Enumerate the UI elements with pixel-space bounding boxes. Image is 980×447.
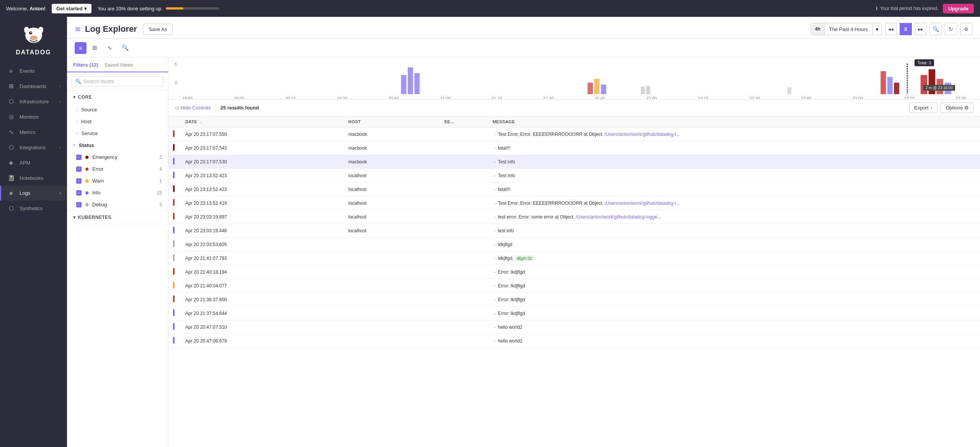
filters-tab[interactable]: Filters (12): [73, 62, 98, 72]
log-message-cell[interactable]: → Test Error, Error: EEEEERRRROOOORR at …: [488, 127, 980, 141]
info-checkbox[interactable]: [76, 190, 82, 196]
timeseries-view-button[interactable]: ∿: [103, 42, 116, 54]
hide-controls-button[interactable]: ◁ Hide Controls: [175, 105, 211, 111]
saved-views-tab[interactable]: Saved Views: [105, 62, 133, 72]
log-message-cell[interactable]: → Test info: [488, 169, 980, 183]
table-row[interactable]: Apr 20 21:38:37.800 → Error: lkdjflgd: [168, 293, 980, 307]
table-row[interactable]: Apr 20 23:13:52.423 localhost → Test inf…: [168, 169, 980, 183]
table-row[interactable]: Apr 20 20:47:07.510 → hello world2: [168, 320, 980, 334]
arrow-icon: →: [493, 339, 498, 343]
log-link[interactable]: /Users/anton/work/github/datadog-l...: [605, 132, 680, 137]
log-level-cell: [168, 224, 181, 238]
svg-rect-14: [787, 87, 791, 94]
warn-facet-item[interactable]: Warn 1: [67, 175, 168, 187]
col-message-header[interactable]: MESSAGE: [488, 116, 980, 127]
emergency-facet-item[interactable]: Emergency 2: [67, 151, 168, 163]
source-facet-item[interactable]: › Source: [67, 104, 168, 116]
logs-table: DATE ↓ HOST SE... MESSAGE Apr 20 23:17:0…: [168, 116, 980, 447]
svg-rect-15: [880, 71, 886, 94]
log-message-cell[interactable]: → fatal!!!: [488, 141, 980, 155]
table-row[interactable]: Apr 20 20:47:06.679 → hello world2: [168, 334, 980, 348]
list-view-button[interactable]: ≡: [75, 42, 87, 54]
table-row[interactable]: Apr 20 23:03:19.448 localhost → test inf…: [168, 224, 980, 238]
error-checkbox[interactable]: [76, 166, 82, 172]
sidebar-item-dashboards[interactable]: ⊞ Dashboards ›: [0, 78, 67, 94]
col-host-header[interactable]: HOST: [344, 116, 440, 127]
log-level-bar: [173, 213, 175, 220]
table-row[interactable]: Apr 20 23:13:52.423 localhost → fatal!!!: [168, 183, 980, 196]
sidebar-item-metrics[interactable]: ∿ Metrics: [0, 124, 67, 140]
log-message-cell[interactable]: → ldkjflgd: [488, 238, 980, 251]
log-message-cell[interactable]: → Error: lkdjflgd: [488, 279, 980, 293]
log-message-cell[interactable]: → hello world2: [488, 334, 980, 348]
log-message-cell[interactable]: → Test info: [488, 155, 980, 169]
export-button[interactable]: Export ↑: [909, 103, 938, 113]
log-link[interactable]: /Users/anton/work/github/datadog-logge..…: [576, 214, 661, 220]
table-row[interactable]: Apr 20 22:03:53.605 → ldkjflgd: [168, 238, 980, 251]
status-facet-header[interactable]: ▾ Status: [67, 139, 168, 151]
log-level-cell: [168, 251, 181, 265]
sidebar-item-apm[interactable]: ◈ APM: [0, 155, 67, 170]
sidebar-item-synthetics[interactable]: ⬡ Synthetics: [0, 201, 67, 216]
host-facet-item[interactable]: › Host: [67, 116, 168, 127]
time-selector[interactable]: 4h The Past 4 Hours ▾: [811, 23, 882, 35]
time-forward-button[interactable]: ▸▸: [915, 23, 926, 35]
debug-facet-item[interactable]: Debug 3: [67, 199, 168, 210]
get-started-button[interactable]: Get started ▾: [52, 4, 91, 13]
upgrade-button[interactable]: Upgrade: [943, 4, 974, 13]
time-dropdown-arrow[interactable]: ▾: [872, 23, 882, 35]
warn-checkbox[interactable]: [76, 178, 82, 184]
service-facet-item[interactable]: › Service: [67, 127, 168, 139]
filters-search: 🔍: [67, 72, 168, 91]
sidebar-item-logs[interactable]: ≡ Logs ›: [0, 186, 67, 201]
kubernetes-group-header[interactable]: ▾ KUBERNETES: [67, 211, 168, 224]
svg-rect-11: [601, 85, 606, 94]
table-row[interactable]: Apr 20 21:41:07.783 → ldkjflgd, dfgd=32: [168, 251, 980, 265]
refresh-button[interactable]: ↻: [945, 23, 957, 35]
grid-view-button[interactable]: ⊞: [88, 42, 101, 54]
log-message-cell[interactable]: → test error, Error: some error at Objec…: [488, 210, 980, 224]
table-row[interactable]: Apr 20 21:40:18.194 → Error: lkdjflgd: [168, 265, 980, 279]
sidebar-item-notebooks[interactable]: 📓 Notebooks: [0, 170, 67, 186]
log-level-cell: [168, 169, 181, 183]
log-message-cell[interactable]: → fatal!!!: [488, 183, 980, 196]
save-as-button[interactable]: Save As: [143, 24, 173, 35]
core-group-header[interactable]: ▾ CORE: [67, 91, 168, 104]
table-row[interactable]: Apr 20 23:17:07.530 macbook → Test info: [168, 155, 980, 169]
table-row[interactable]: Apr 20 21:40:04.077 → Error: lkdjflgd: [168, 279, 980, 293]
options-button[interactable]: Options ⚙: [941, 103, 974, 113]
table-row[interactable]: Apr 20 23:17:07.543 macbook → fatal!!!: [168, 141, 980, 155]
time-back-button[interactable]: ◂◂: [885, 23, 897, 35]
sidebar-item-events[interactable]: ≡ Events: [0, 64, 67, 78]
sidebar-item-integrations[interactable]: ⬡ Integrations ›: [0, 140, 67, 155]
log-link[interactable]: /Users/anton/work/github/datadog-l...: [605, 201, 680, 206]
sidebar-item-infrastructure[interactable]: ⬡ Infrastructure ›: [0, 94, 67, 109]
table-row[interactable]: Apr 20 23:13:52.419 localhost → Test Err…: [168, 196, 980, 210]
log-message-cell[interactable]: → Error: lkdjflgd: [488, 307, 980, 320]
display-settings-button[interactable]: ⚙: [960, 23, 972, 35]
play-pause-button[interactable]: ⏸: [900, 23, 912, 35]
log-message-cell[interactable]: → ldkjflgd, dfgd=32: [488, 251, 980, 265]
search-facets-input[interactable]: [83, 78, 160, 84]
logs-panel: 5 0 Total: 3: [168, 57, 980, 447]
search-button[interactable]: 🔍: [929, 23, 942, 35]
emergency-checkbox[interactable]: [76, 155, 82, 160]
svg-rect-9: [588, 83, 593, 94]
log-message-cell[interactable]: → hello world2: [488, 320, 980, 334]
search-view-button[interactable]: 🔍: [118, 42, 133, 54]
table-row[interactable]: Apr 20 23:03:19.897 localhost → test err…: [168, 210, 980, 224]
sidebar-item-monitors[interactable]: ◎ Monitors: [0, 109, 67, 124]
log-message-cell[interactable]: → Error: lkdjflgd: [488, 293, 980, 307]
log-host-cell: [344, 265, 440, 279]
col-date-header[interactable]: DATE ↓: [181, 116, 344, 127]
log-message-cell[interactable]: → Test Error, Error: EEEEERRRROOOORR at …: [488, 196, 980, 210]
table-row[interactable]: Apr 20 23:17:07.550 macbook → Test Error…: [168, 127, 980, 141]
log-message-cell[interactable]: → test info: [488, 224, 980, 238]
debug-checkbox[interactable]: [76, 202, 82, 207]
log-message-cell[interactable]: → Error: lkdjflgd: [488, 265, 980, 279]
info-facet-item[interactable]: Info 15: [67, 187, 168, 199]
table-row[interactable]: Apr 20 21:37:54.644 → Error: lkdjflgd: [168, 307, 980, 320]
error-facet-item[interactable]: Error 4: [67, 163, 168, 175]
col-service-header[interactable]: SE...: [440, 116, 488, 127]
core-facet-group: ▾ CORE › Source › Host › Service: [67, 91, 168, 211]
